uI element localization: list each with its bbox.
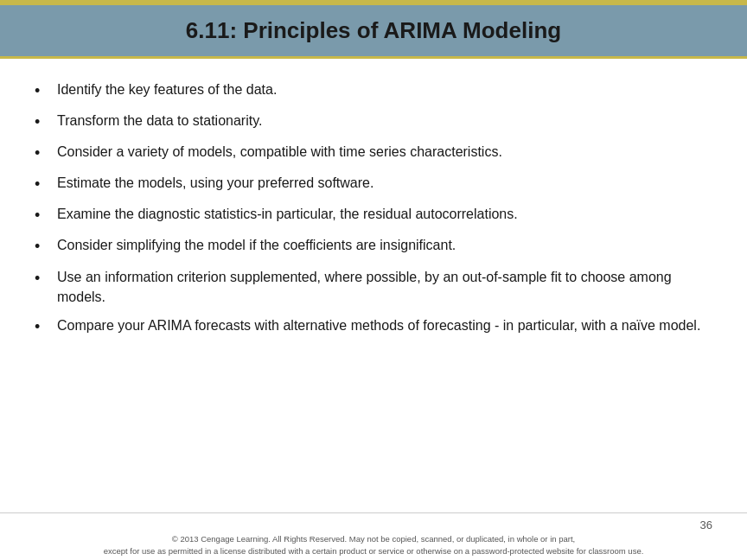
list-item: •Examine the diagnostic statistics-in pa… [35, 204, 712, 226]
bullet-dot-icon: • [35, 267, 50, 290]
slide-title: 6.11: Principles of ARIMA Modeling [186, 17, 561, 44]
footer: 36 © 2013 Cengage Learning. All Rights R… [0, 512, 747, 560]
bullet-text: Use an information criterion supplemente… [57, 267, 712, 307]
list-item: •Consider simplifying the model if the c… [35, 235, 712, 258]
bullet-dot-icon: • [35, 173, 50, 195]
slide: 6.11: Principles of ARIMA Modeling •Iden… [0, 0, 747, 560]
bullet-text: Transform the data to stationarity. [57, 111, 712, 130]
bullet-dot-icon: • [35, 111, 50, 133]
content-area: •Identify the key features of the data.•… [0, 59, 747, 512]
list-item: •Compare your ARIMA forecasts with alter… [35, 315, 712, 338]
list-item: •Consider a variety of models, compatibl… [35, 142, 712, 164]
bullet-dot-icon: • [35, 80, 50, 102]
bullet-text: Identify the key features of the data. [57, 80, 712, 99]
list-item: •Estimate the models, using your preferr… [35, 173, 712, 195]
bullet-text: Consider simplifying the model if the co… [57, 235, 712, 255]
bullet-list: •Identify the key features of the data.•… [35, 80, 712, 347]
footer-text: © 2013 Cengage Learning. All Rights Rese… [104, 533, 644, 557]
list-item: •Transform the data to stationarity. [35, 111, 712, 133]
bullet-text: Examine the diagnostic statistics-in par… [57, 204, 712, 224]
bullet-dot-icon: • [35, 204, 50, 226]
list-item: •Use an information criterion supplement… [35, 267, 712, 307]
list-item: •Identify the key features of the data. [35, 80, 712, 102]
bullet-text: Compare your ARIMA forecasts with altern… [57, 315, 712, 335]
bullet-dot-icon: • [35, 235, 50, 258]
bullet-text: Estimate the models, using your preferre… [57, 173, 712, 193]
bullet-dot-icon: • [35, 315, 50, 338]
page-number: 36 [700, 519, 712, 531]
bullet-text: Consider a variety of models, compatible… [57, 142, 712, 162]
bullet-dot-icon: • [35, 142, 50, 164]
title-bar: 6.11: Principles of ARIMA Modeling [0, 5, 747, 59]
